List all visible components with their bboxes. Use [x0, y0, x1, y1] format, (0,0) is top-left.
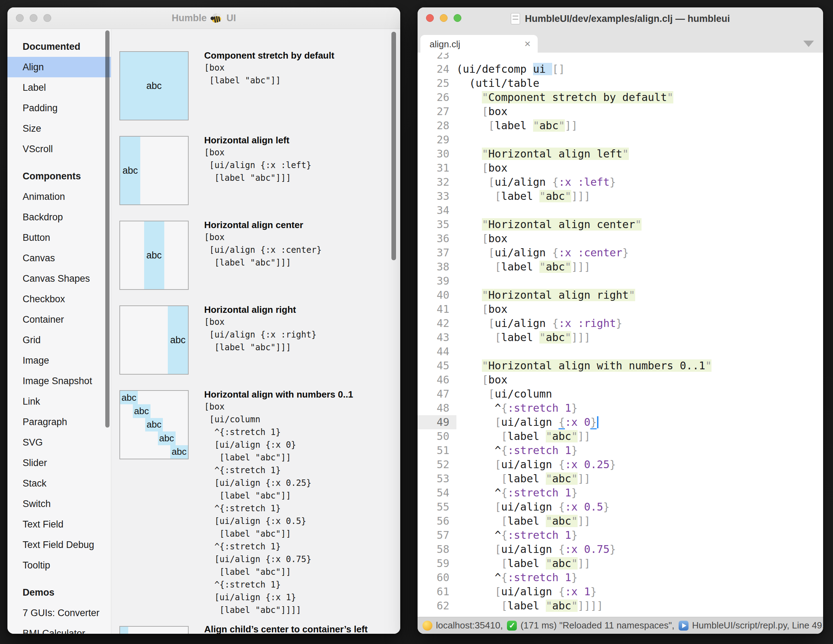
code-text: ^{:stretch 1} [457, 443, 577, 458]
code-text: (ui/defcomp ui [] [457, 62, 565, 76]
sidebar-item-paragraph[interactable]: Paragraph [7, 412, 111, 432]
close-button[interactable] [426, 14, 434, 22]
line-number: 46 [418, 373, 449, 387]
window-title-suffix: UI [227, 13, 236, 24]
code-text: [label "abc"]] [457, 514, 590, 528]
sidebar-item-canvas-shapes[interactable]: Canvas Shapes [7, 268, 111, 289]
sidebar-item-svg[interactable]: SVG [7, 432, 111, 453]
code-text: [ui/column [457, 387, 552, 401]
example-row: abcHorizontal align center[box [ui/align… [119, 221, 397, 269]
line-number: 27 [418, 104, 449, 119]
code-line: 36 [box [418, 231, 823, 246]
sidebar-item-tooltip[interactable]: Tooltip [7, 555, 111, 575]
line-number: 33 [418, 189, 449, 203]
line-number: 36 [418, 231, 449, 246]
sidebar-section-documented: Documented [7, 36, 111, 57]
sidebar-item-animation[interactable]: Animation [7, 186, 111, 207]
minimize-button[interactable] [440, 14, 448, 22]
code-text: ^{:stretch 1} [457, 401, 577, 415]
example-description: Horizontal align left[box [ui/align {:x … [204, 134, 397, 184]
line-number: 56 [418, 514, 449, 528]
editor-window: HumbleUI/dev/examples/align.clj — humble… [418, 7, 823, 634]
code-line: 34 [418, 203, 823, 217]
example-heading: Horizontal align center [204, 219, 397, 231]
sidebar-item-container[interactable]: Container [7, 309, 111, 330]
tab-overflow-dropdown-icon[interactable] [803, 40, 814, 47]
code-line: 48 ^{:stretch 1} [418, 401, 823, 415]
line-number: 35 [418, 217, 449, 231]
sidebar-item-grid[interactable]: Grid [7, 330, 111, 350]
code-text: "Horizontal align with numbers 0..1" [457, 359, 711, 373]
code-line: 38 [label "abc"]]] [418, 260, 823, 274]
sidebar-scrollbar-thumb[interactable] [105, 31, 109, 427]
code-line: 28 [label "abc"]] [418, 119, 823, 133]
sidebar-item-button[interactable]: Button [7, 227, 111, 248]
example-row: abcHorizontal align right[box [ui/align … [119, 305, 397, 354]
example-row: abcHorizontal align left[box [ui/align {… [119, 136, 397, 184]
sidebar-item-stack[interactable]: Stack [7, 473, 111, 494]
line-number: 37 [418, 246, 449, 260]
sidebar-section-components: Components [7, 166, 111, 186]
code-line: 45 "Horizontal align with numbers 0..1" [418, 359, 823, 373]
line-number: 41 [418, 302, 449, 316]
line-number: 24 [418, 62, 449, 76]
code-text: [label "abc"]] [457, 472, 590, 486]
aligned-child-cell: abc [133, 404, 151, 418]
code-line: 42 [ui/align {:x :right} [418, 316, 823, 331]
line-number: 32 [418, 175, 449, 189]
line-number: 38 [418, 260, 449, 274]
zoom-button[interactable] [453, 14, 462, 22]
code-line: 61 [ui/align {:x 1} [418, 585, 823, 599]
line-number: 40 [418, 288, 449, 302]
code-line: 37 [ui/align {:x :center} [418, 246, 823, 260]
sidebar-item-backdrop[interactable]: Backdrop [7, 207, 111, 227]
code-line: 53 [label "abc"]] [418, 472, 823, 486]
code-line: 35 "Horizontal align center" [418, 217, 823, 231]
sidebar-item-size[interactable]: Size [7, 118, 111, 139]
box-label: abc [170, 335, 186, 346]
tab-align-clj[interactable]: align.clj × [420, 35, 538, 53]
aligned-child-cell: abc [170, 445, 188, 459]
window-controls [426, 14, 462, 22]
line-number: 60 [418, 570, 449, 585]
sidebar-item-checkbox[interactable]: Checkbox [7, 289, 111, 309]
content-scrollbar-thumb[interactable] [391, 32, 396, 260]
code-line: 60 ^{:stretch 1} [418, 570, 823, 585]
sidebar-item-7-guis-converter[interactable]: 7 GUIs: Converter [7, 603, 111, 623]
code-line: 27 [box [418, 104, 823, 119]
code-line: 57 ^{:stretch 1} [418, 528, 823, 542]
sidebar-item-label[interactable]: Label [7, 77, 111, 98]
code-text: [box [457, 161, 508, 175]
sidebar-item-padding[interactable]: Padding [7, 98, 111, 118]
sidebar-item-link[interactable]: Link [7, 391, 111, 412]
sidebar-item-switch[interactable]: Switch [7, 494, 111, 514]
sidebar-item-image-snapshot[interactable]: Image Snapshot [7, 371, 111, 391]
sidebar-item-text-field-debug[interactable]: Text Field Debug [7, 535, 111, 555]
sidebar-item-text-field[interactable]: Text Field [7, 514, 111, 535]
example-row: abcComponent stretch by default[box [lab… [119, 51, 397, 87]
sidebar-item-bmi-calculator[interactable]: BMI Calculator [7, 623, 111, 634]
example-code: [box [ui/align {:x :right} [label "abc"]… [204, 316, 397, 354]
code-line: 56 [label "abc"]] [418, 514, 823, 528]
line-number: 28 [418, 119, 449, 133]
code-line: 26 "Component stretch by default" [418, 90, 823, 104]
sidebar-item-canvas[interactable]: Canvas [7, 248, 111, 268]
line-number: 30 [418, 147, 449, 161]
left-titlebar[interactable]: Humble UI [7, 7, 400, 29]
example-code: [box [label "abc"]] [204, 61, 397, 87]
aligned-child-cell: abc [120, 391, 138, 404]
box-label: abc [172, 446, 187, 457]
sidebar-item-slider[interactable]: Slider [7, 453, 111, 473]
status-item: (171 ms) "Reloaded 11 namespaces", [507, 620, 674, 631]
sidebar-item-vscroll[interactable]: VScroll [7, 139, 111, 159]
line-number: 61 [418, 585, 449, 599]
code-editor[interactable]: 2324(ui/defcomp ui []25 (util/table26 "C… [418, 53, 823, 617]
sidebar-item-image[interactable]: Image [7, 350, 111, 371]
code-text: ^{:stretch 1} [457, 528, 577, 542]
sidebar-item-align[interactable]: Align [7, 57, 111, 77]
tab-close-icon[interactable]: × [524, 35, 531, 53]
editor-header: HumbleUI/dev/examples/align.clj — humble… [418, 7, 823, 53]
stretched-child-cell: abc [120, 52, 188, 120]
box-label: abc [122, 392, 137, 403]
code-text: [label "abc"]]] [457, 331, 590, 345]
